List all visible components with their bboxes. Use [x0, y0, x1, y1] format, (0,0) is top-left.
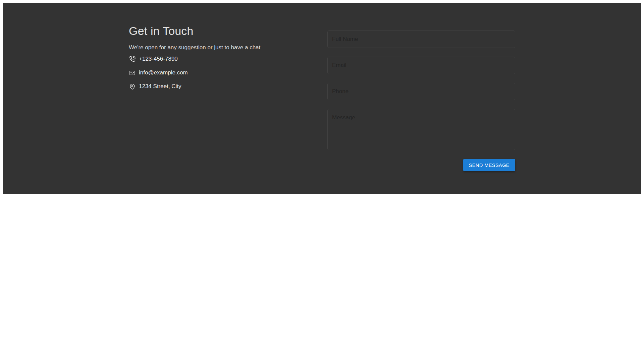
page-title: Get in Touch — [129, 24, 322, 38]
phone-input[interactable] — [327, 83, 515, 100]
full-name-input[interactable] — [327, 31, 515, 48]
location-pin-icon — [129, 83, 136, 90]
contact-form-column: SEND MESSAGE — [322, 24, 515, 171]
contact-section: Get in Touch We're open for any suggesti… — [3, 3, 641, 194]
contact-subtitle: We're open for any suggestion or just to… — [129, 43, 322, 52]
contact-info-column: Get in Touch We're open for any suggesti… — [129, 24, 322, 96]
mail-icon — [129, 69, 136, 76]
message-textarea[interactable] — [327, 109, 515, 150]
contact-item-address: 1234 Street, City — [129, 82, 322, 90]
contact-address-text: 1234 Street, City — [139, 83, 181, 90]
contact-email-text: info@example.com — [139, 69, 188, 76]
contact-list: +123-456-7890 info@example.com — [129, 55, 322, 90]
contact-item-email: info@example.com — [129, 69, 322, 77]
send-message-button[interactable]: SEND MESSAGE — [463, 159, 515, 171]
phone-icon — [129, 56, 136, 62]
contact-phone-text: +123-456-7890 — [139, 56, 178, 62]
contact-item-phone: +123-456-7890 — [129, 55, 322, 63]
contact-container: Get in Touch We're open for any suggesti… — [129, 24, 515, 171]
form-actions: SEND MESSAGE — [327, 159, 515, 171]
email-input[interactable] — [327, 57, 515, 74]
contact-form: SEND MESSAGE — [327, 31, 515, 171]
